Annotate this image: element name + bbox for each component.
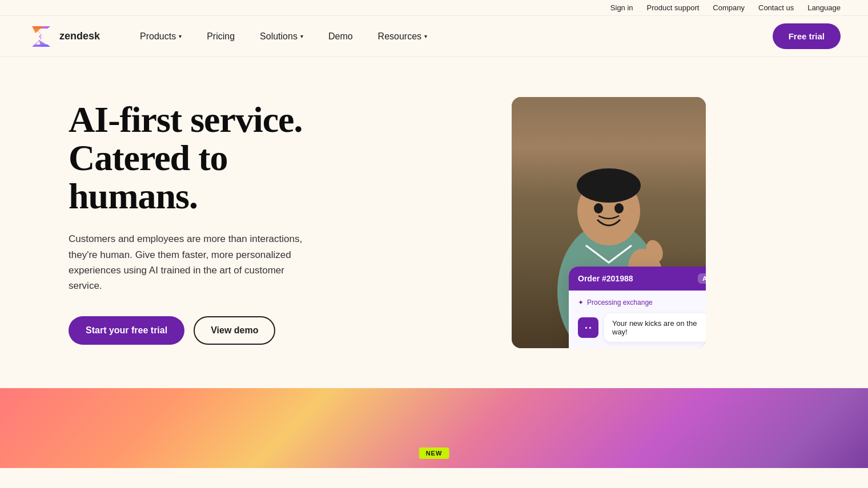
hero-section: AI-first service. Catered to humans. Cus… xyxy=(0,57,868,388)
hero-subtext: Customers and employees are more than in… xyxy=(69,231,320,293)
nav-solutions[interactable]: Solutions ▾ xyxy=(247,16,316,57)
chat-header: Order #201988 AI ✦ xyxy=(569,267,706,291)
nav-pricing[interactable]: Pricing xyxy=(194,16,247,57)
logo-text: zendesk xyxy=(59,30,100,42)
chat-bubble: Your new kicks are on the way! xyxy=(604,313,706,342)
nav-resources[interactable]: Resources ▾ xyxy=(365,16,440,57)
ai-badge: AI ✦ xyxy=(698,273,706,284)
start-trial-button[interactable]: Start your free trial xyxy=(69,316,184,345)
new-badge: NEW xyxy=(419,447,449,459)
product-support-link[interactable]: Product support xyxy=(647,3,700,12)
chevron-down-icon: ▾ xyxy=(300,33,303,39)
sign-in-link[interactable]: Sign in xyxy=(610,3,633,12)
hero-buttons: Start your free trial View demo xyxy=(69,316,354,345)
chat-message-row: • • Your new kicks are on the way! xyxy=(578,313,706,342)
nav-products[interactable]: Products ▾ xyxy=(127,16,194,57)
view-demo-button[interactable]: View demo xyxy=(194,316,275,345)
hero-image-area: Order #201988 AI ✦ ✦ Processing exchange… xyxy=(377,97,841,348)
svg-point-7 xyxy=(594,203,603,213)
chat-processing-row: ✦ Processing exchange xyxy=(578,299,706,306)
logo-link[interactable]: zendesk xyxy=(27,23,100,50)
hero-heading: AI-first service. Catered to humans. xyxy=(69,100,354,216)
chat-body: ✦ Processing exchange • • Your new kicks… xyxy=(569,291,706,348)
processing-star-icon: ✦ xyxy=(578,299,584,306)
bottom-gradient-section: NEW xyxy=(0,388,868,468)
nav-cta: Free trial xyxy=(773,23,841,49)
free-trial-button[interactable]: Free trial xyxy=(773,23,841,49)
hero-text-block: AI-first service. Catered to humans. Cus… xyxy=(69,100,354,345)
utility-bar: Sign in Product support Company Contact … xyxy=(0,0,868,16)
hero-photo: Order #201988 AI ✦ ✦ Processing exchange… xyxy=(512,97,706,348)
chat-order-label: Order #201988 xyxy=(578,274,633,283)
chat-overlay-card: Order #201988 AI ✦ ✦ Processing exchange… xyxy=(569,267,706,348)
nav-demo[interactable]: Demo xyxy=(316,16,365,57)
contact-us-link[interactable]: Contact us xyxy=(758,3,794,12)
main-nav: zendesk Products ▾ Pricing Solutions ▾ D… xyxy=(0,16,868,57)
zendesk-logo-icon xyxy=(27,23,55,50)
chat-avatar: • • xyxy=(578,317,598,338)
svg-point-8 xyxy=(614,203,624,213)
language-link[interactable]: Language xyxy=(807,3,841,12)
chevron-down-icon: ▾ xyxy=(179,33,182,39)
nav-links: Products ▾ Pricing Solutions ▾ Demo Reso… xyxy=(127,16,773,57)
svg-point-6 xyxy=(577,168,641,203)
chevron-down-icon: ▾ xyxy=(424,33,427,39)
company-link[interactable]: Company xyxy=(713,3,745,12)
